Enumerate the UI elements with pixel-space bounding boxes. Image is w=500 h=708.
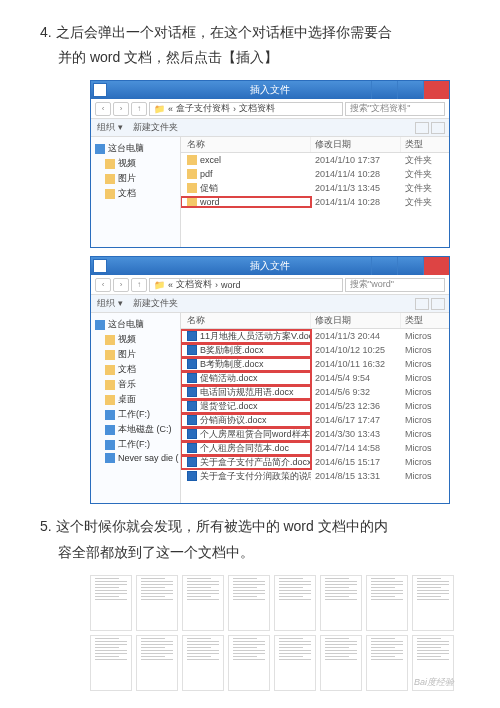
sidebar-item-video[interactable]: 视频 <box>95 332 176 347</box>
table-row[interactable]: 个人租房合同范本.doc2014/7/14 14:58Micros <box>181 441 449 455</box>
dialog2-title: 插入文件 <box>250 260 290 271</box>
page-thumb <box>274 635 316 691</box>
organize-menu[interactable]: 组织 ▾ <box>97 297 123 310</box>
step5-num: 5. <box>40 514 52 539</box>
dialog1-title: 插入文件 <box>250 84 290 95</box>
docx-icon <box>187 429 197 439</box>
nav-fwd-icon[interactable]: › <box>113 278 129 292</box>
col-name[interactable]: 名称 <box>181 137 311 152</box>
page-thumb <box>366 575 408 631</box>
table-row[interactable]: 11月地推人员活动方案V.docx2014/11/3 20:44Micros <box>181 329 449 343</box>
page-thumb <box>320 575 362 631</box>
sidebar-item-video[interactable]: 视频 <box>95 156 176 171</box>
sidebar-item-pic[interactable]: 图片 <box>95 171 176 186</box>
docx-icon <box>187 415 197 425</box>
docx-icon <box>187 373 197 383</box>
view-icon[interactable] <box>415 122 429 134</box>
nav-up-icon[interactable]: ↑ <box>131 278 147 292</box>
table-row[interactable]: 促销2014/11/3 13:45文件夹 <box>181 181 449 195</box>
docx-icon <box>187 457 197 467</box>
table-row[interactable]: 分销商协议.docx2014/6/17 17:47Micros <box>181 413 449 427</box>
new-folder-button[interactable]: 新建文件夹 <box>133 297 178 310</box>
folder-icon <box>187 155 197 165</box>
minimize-button[interactable] <box>371 81 397 99</box>
organize-menu[interactable]: 组织 ▾ <box>97 121 123 134</box>
page-thumb <box>228 575 270 631</box>
step4-num: 4. <box>40 20 52 45</box>
table-row[interactable]: 个人房屋租赁合同word样本.doc2014/3/30 13:43Micros <box>181 427 449 441</box>
page-thumb <box>90 575 132 631</box>
search-input[interactable]: 搜索"文档资料" <box>345 102 445 116</box>
nav-back-icon[interactable]: ‹ <box>95 278 111 292</box>
sidebar-item-docs[interactable]: 文档 <box>95 186 176 201</box>
word-icon <box>93 83 107 97</box>
table-row[interactable]: word2014/11/4 10:28文件夹 <box>181 195 449 209</box>
docx-icon <box>187 401 197 411</box>
sidebar-item-never[interactable]: Never say die ( <box>95 452 176 464</box>
folder-icon <box>187 169 197 179</box>
table-row[interactable]: excel2014/1/10 17:37文件夹 <box>181 153 449 167</box>
sidebar-item-music[interactable]: 音乐 <box>95 377 176 392</box>
sidebar-item-work[interactable]: 工作(F:) <box>95 407 176 422</box>
docx-icon <box>187 443 197 453</box>
folder-icon <box>187 197 197 207</box>
table-row[interactable]: 关于盒子支付产品简介.docx2014/6/15 15:17Micros <box>181 455 449 469</box>
docx-icon <box>187 359 197 369</box>
step4-text: 4. 之后会弹出一个对话框，在这个对话框中选择你需要合 并的 word 文档，然… <box>40 20 470 70</box>
page-thumb <box>228 635 270 691</box>
nav-back-icon[interactable]: ‹ <box>95 102 111 116</box>
sidebar-item-thispc[interactable]: 这台电脑 <box>95 317 176 332</box>
docx-icon <box>187 331 197 341</box>
col-name[interactable]: 名称 <box>181 313 311 328</box>
page-thumb <box>136 635 178 691</box>
col-type[interactable]: 类型 <box>401 137 449 152</box>
close-button[interactable] <box>423 81 449 99</box>
breadcrumb[interactable]: 📁 « 盒子支付资料 › 文档资料 <box>149 102 343 116</box>
sidebar: 这台电脑 视频 图片 文档 <box>91 137 181 247</box>
page-thumb <box>136 575 178 631</box>
nav-up-icon[interactable]: ↑ <box>131 102 147 116</box>
sidebar-item-software[interactable]: 工作(F:) <box>95 437 176 452</box>
sidebar-item-cdisk[interactable]: 本地磁盘 (C:) <box>95 422 176 437</box>
table-row[interactable]: B奖励制度.docx2014/10/12 10:25Micros <box>181 343 449 357</box>
table-row[interactable]: B考勤制度.docx2014/10/11 16:32Micros <box>181 357 449 371</box>
sidebar-item-pic[interactable]: 图片 <box>95 347 176 362</box>
help-icon[interactable] <box>431 122 445 134</box>
table-row[interactable]: 促销活动.docx2014/5/4 9:54Micros <box>181 371 449 385</box>
docx-icon <box>187 345 197 355</box>
table-row[interactable]: 关于盒子支付分润政策的说明.docx2014/8/15 13:31Micros <box>181 469 449 483</box>
page-thumb <box>274 575 316 631</box>
watermark: Bai度经验 <box>414 676 454 689</box>
col-date[interactable]: 修改日期 <box>311 313 401 328</box>
result-thumbnails: Bai度经验 <box>90 575 460 691</box>
step5-text: 5. 这个时候你就会发现，所有被选中的 word 文档中的内 容全部都放到了这一… <box>40 514 470 564</box>
breadcrumb[interactable]: 📁 « 文档资料 › word <box>149 278 343 292</box>
search-input[interactable]: 搜索"word" <box>345 278 445 292</box>
dialog2-screenshot: 插入文件 ‹ › ↑ 📁 « 文档资料 › word 搜索"word <box>90 256 450 504</box>
minimize-button[interactable] <box>371 257 397 275</box>
page-thumb <box>320 635 362 691</box>
close-button[interactable] <box>423 257 449 275</box>
table-row[interactable]: 电话回访规范用语.docx2014/5/6 9:32Micros <box>181 385 449 399</box>
col-date[interactable]: 修改日期 <box>311 137 401 152</box>
page-thumb <box>182 575 224 631</box>
sidebar-item-thispc[interactable]: 这台电脑 <box>95 141 176 156</box>
maximize-button[interactable] <box>397 81 423 99</box>
page-thumb <box>182 635 224 691</box>
file-list: 名称 修改日期 类型 excel2014/1/10 17:37文件夹pdf201… <box>181 137 449 247</box>
page-thumb <box>90 635 132 691</box>
view-icon[interactable] <box>415 298 429 310</box>
table-row[interactable]: 退货登记.docx2014/5/23 12:36Micros <box>181 399 449 413</box>
sidebar-item-desktop[interactable]: 桌面 <box>95 392 176 407</box>
titlebar: 插入文件 <box>91 257 449 275</box>
sidebar-item-docs[interactable]: 文档 <box>95 362 176 377</box>
new-folder-button[interactable]: 新建文件夹 <box>133 121 178 134</box>
file-list: 名称 修改日期 类型 11月地推人员活动方案V.docx2014/11/3 20… <box>181 313 449 503</box>
col-type[interactable]: 类型 <box>401 313 449 328</box>
maximize-button[interactable] <box>397 257 423 275</box>
docx-icon <box>187 387 197 397</box>
page-thumb <box>366 635 408 691</box>
table-row[interactable]: pdf2014/11/4 10:28文件夹 <box>181 167 449 181</box>
help-icon[interactable] <box>431 298 445 310</box>
nav-fwd-icon[interactable]: › <box>113 102 129 116</box>
